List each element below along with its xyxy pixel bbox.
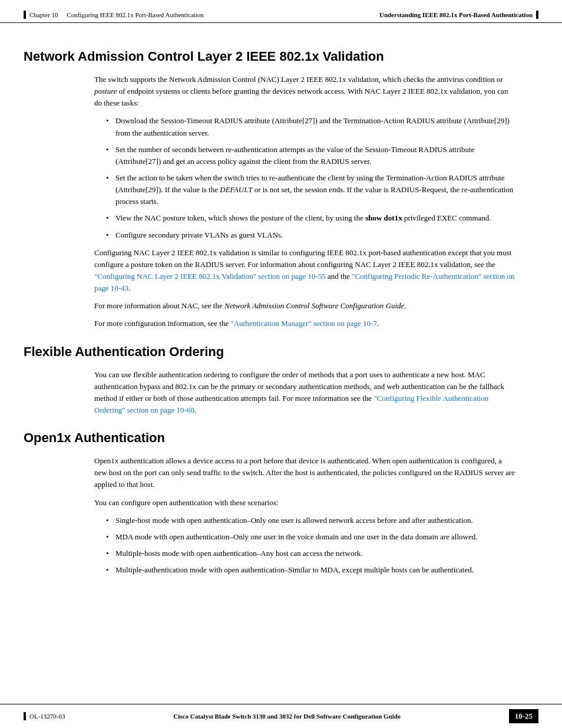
nac-bullet-4: View the NAC posture token, which shows … bbox=[106, 212, 515, 224]
header-right: Understanding IEEE 802.1x Port-Based Aut… bbox=[379, 11, 538, 19]
nac-link3[interactable]: "Authentication Manager" section on page… bbox=[230, 319, 377, 328]
flexible-body: You can use flexible authentication orde… bbox=[94, 369, 515, 417]
header-chapter: Chapter 10 bbox=[29, 11, 58, 18]
page-number: 10-25 bbox=[509, 709, 538, 723]
nac-bullet-1: Download the Session-Timeout RADIUS attr… bbox=[106, 115, 515, 139]
page-content: Network Admission Control Layer 2 IEEE 8… bbox=[0, 23, 562, 617]
footer-doc-id: OL-13270-03 bbox=[29, 713, 65, 720]
footer-bar-icon bbox=[24, 712, 26, 720]
nac-intro: The switch supports the Network Admissio… bbox=[94, 74, 515, 109]
footer-left: OL-13270-03 bbox=[24, 712, 65, 720]
open1x-section: Open1x Authentication Open1x authenticat… bbox=[24, 430, 538, 576]
open1x-bullet-4: Multiple-authentication mode with open a… bbox=[106, 564, 515, 576]
open1x-bullet-2: MDA mode with open authentication–Only o… bbox=[106, 531, 515, 543]
header-bar-left bbox=[24, 11, 26, 19]
open1x-heading: Open1x Authentication bbox=[24, 430, 538, 446]
header-left: Chapter 10 Configuring IEEE 802.1x Port-… bbox=[24, 11, 204, 19]
header-bar-right bbox=[536, 11, 538, 19]
page-footer: OL-13270-03 Cisco Catalyst Blade Switch … bbox=[0, 704, 562, 728]
nac-heading: Network Admission Control Layer 2 IEEE 8… bbox=[24, 49, 538, 64]
open1x-intro: Open1x authentication allows a device ac… bbox=[94, 455, 515, 490]
page-header: Chapter 10 Configuring IEEE 802.1x Port-… bbox=[0, 0, 562, 23]
nac-guide-title: Network Admission Control Software Confi… bbox=[224, 301, 404, 310]
open1x-bullet-1: Single-host mode with open authenticatio… bbox=[106, 515, 515, 526]
open1x-bullet-3: Multiple-hosts mode with open authentica… bbox=[106, 548, 515, 559]
nac-para2: For more information about NAC, see the … bbox=[94, 300, 515, 312]
flexible-section: Flexible Authentication Ordering You can… bbox=[24, 344, 538, 417]
nac-bullet-5: Configure secondary private VLANs as gue… bbox=[106, 229, 515, 241]
footer-center-text: Cisco Catalyst Blade Switch 3130 and 303… bbox=[65, 713, 509, 720]
header-chapter-title: Configuring IEEE 802.1x Port-Based Authe… bbox=[67, 11, 204, 18]
nac-para1: Configuring NAC Layer 2 IEEE 802.1x vali… bbox=[94, 247, 515, 295]
open1x-scenarios-intro: You can configure open authentication wi… bbox=[94, 497, 515, 509]
flexible-link[interactable]: "Configuring Flexible Authentication Ord… bbox=[94, 394, 488, 414]
nac-italic-default: DEFAULT bbox=[220, 185, 252, 194]
open1x-bullet-list: Single-host mode with open authenticatio… bbox=[106, 515, 515, 577]
nac-section: Network Admission Control Layer 2 IEEE 8… bbox=[24, 49, 538, 330]
nac-link1[interactable]: "Configuring NAC Layer 2 IEEE 802.1x Val… bbox=[94, 272, 326, 281]
nac-italic-posture: posture bbox=[94, 87, 117, 95]
nac-bold-command: show dot1x bbox=[365, 213, 402, 222]
flexible-heading: Flexible Authentication Ordering bbox=[24, 344, 538, 360]
header-section-title: Understanding IEEE 802.1x Port-Based Aut… bbox=[379, 11, 533, 18]
nac-bullet-3: Set the action to be taken when the swit… bbox=[106, 172, 515, 207]
nac-para3: For more configuration information, see … bbox=[94, 318, 515, 330]
nac-bullet-2: Set the number of seconds between re-aut… bbox=[106, 144, 515, 167]
nac-bullet-list: Download the Session-Timeout RADIUS attr… bbox=[106, 115, 515, 241]
